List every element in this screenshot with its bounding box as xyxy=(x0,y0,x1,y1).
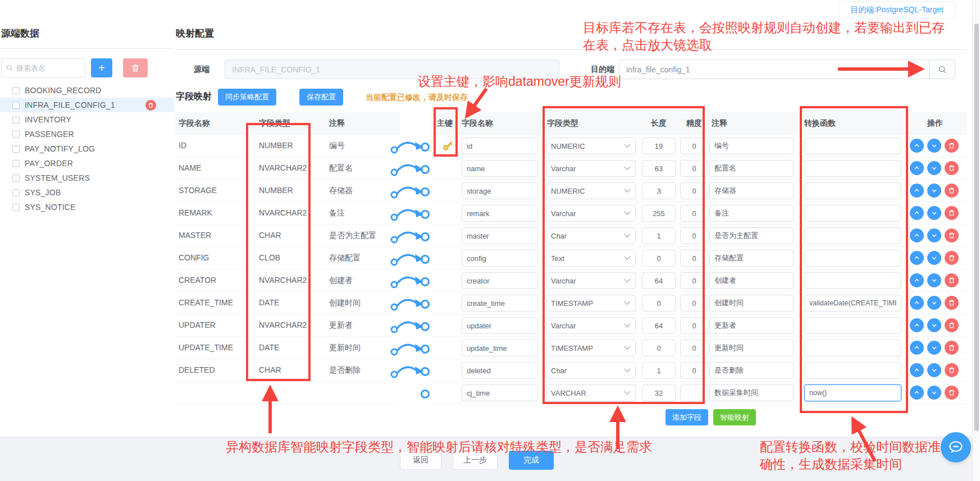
comment-input[interactable] xyxy=(709,317,794,334)
delete-field-button[interactable] xyxy=(945,228,959,242)
source-table-item[interactable]: PAY_NOTIFY_LOG xyxy=(0,141,174,156)
transform-function-input[interactable] xyxy=(804,362,901,379)
target-field-name-input[interactable] xyxy=(462,250,538,267)
move-down-button[interactable] xyxy=(927,318,941,332)
comment-input[interactable] xyxy=(709,272,794,289)
target-field-type-select[interactable]: Text xyxy=(546,250,636,267)
move-up-button[interactable] xyxy=(910,296,924,310)
move-up-button[interactable] xyxy=(910,228,924,242)
move-up-button[interactable] xyxy=(910,363,924,377)
precision-input[interactable] xyxy=(680,272,708,289)
table-search-input[interactable] xyxy=(16,64,80,72)
comment-input[interactable] xyxy=(709,362,794,379)
comment-input[interactable] xyxy=(709,227,794,244)
delete-tables-button[interactable] xyxy=(123,58,148,77)
precision-input[interactable] xyxy=(680,295,708,311)
transform-function-input[interactable] xyxy=(804,250,901,267)
target-field-type-select[interactable]: TIMESTAMP xyxy=(546,340,636,356)
target-field-type-select[interactable]: NUMERIC xyxy=(546,138,636,154)
move-up-button[interactable] xyxy=(910,161,924,175)
comment-input[interactable] xyxy=(709,384,794,401)
table-checkbox[interactable] xyxy=(12,145,20,153)
precision-input[interactable] xyxy=(680,362,708,379)
transform-function-input[interactable] xyxy=(804,160,901,177)
delete-field-button[interactable] xyxy=(945,184,959,198)
target-field-type-select[interactable]: Varchar xyxy=(546,317,636,334)
precision-input[interactable] xyxy=(680,205,708,222)
delete-field-button[interactable] xyxy=(945,363,959,377)
target-field-name-input[interactable] xyxy=(462,384,538,401)
move-down-button[interactable] xyxy=(927,184,941,198)
target-field-type-select[interactable]: Varchar xyxy=(546,272,636,289)
target-table-picker-button[interactable] xyxy=(929,59,955,79)
move-up-button[interactable] xyxy=(910,318,924,332)
length-input[interactable] xyxy=(642,250,676,267)
move-down-button[interactable] xyxy=(927,161,941,175)
move-down-button[interactable] xyxy=(927,228,941,242)
transform-function-input[interactable] xyxy=(804,138,901,154)
mapping-connector[interactable] xyxy=(390,247,432,269)
length-input[interactable] xyxy=(642,317,676,334)
target-field-name-input[interactable] xyxy=(462,138,538,154)
mapping-connector[interactable] xyxy=(390,157,432,180)
target-field-name-input[interactable] xyxy=(462,340,538,356)
delete-table-button[interactable] xyxy=(145,100,156,111)
table-checkbox[interactable] xyxy=(12,102,20,109)
table-checkbox[interactable] xyxy=(12,87,20,94)
comment-input[interactable] xyxy=(709,340,794,356)
source-table-item[interactable]: BOOKING_RECORD xyxy=(0,83,174,98)
table-checkbox[interactable] xyxy=(12,189,20,196)
transform-function-input[interactable] xyxy=(804,182,901,199)
comment-input[interactable] xyxy=(709,182,794,199)
delete-field-button[interactable] xyxy=(945,161,959,175)
target-field-name-input[interactable] xyxy=(462,362,538,379)
transform-function-input[interactable] xyxy=(804,340,901,356)
move-up-button[interactable] xyxy=(910,341,924,355)
table-checkbox[interactable] xyxy=(12,131,20,138)
target-table-input[interactable] xyxy=(619,59,929,79)
transform-function-input[interactable] xyxy=(804,317,901,334)
move-down-button[interactable] xyxy=(927,341,941,355)
precision-input[interactable] xyxy=(680,340,708,356)
precision-input[interactable] xyxy=(680,317,708,334)
target-field-type-select[interactable]: NUMERIC xyxy=(546,182,636,199)
comment-input[interactable] xyxy=(709,250,794,267)
table-checkbox[interactable] xyxy=(12,116,20,123)
transform-function-input[interactable] xyxy=(804,384,901,401)
precision-input[interactable] xyxy=(680,227,708,244)
prev-step-button[interactable]: 上一步 xyxy=(453,451,498,470)
source-table-item[interactable]: INVENTORY xyxy=(0,112,174,127)
transform-function-input[interactable] xyxy=(804,227,901,244)
source-table-item[interactable]: SYSTEM_USERS xyxy=(0,171,174,185)
target-field-type-select[interactable]: Char xyxy=(546,362,636,379)
smart-mapping-button[interactable]: 智能映射 xyxy=(713,409,756,425)
length-input[interactable] xyxy=(642,384,676,401)
length-input[interactable] xyxy=(642,205,676,222)
move-down-button[interactable] xyxy=(927,386,941,400)
precision-input[interactable] xyxy=(680,138,708,154)
scrollbar-thumb[interactable] xyxy=(974,24,979,431)
target-field-name-input[interactable] xyxy=(462,182,538,199)
comment-input[interactable] xyxy=(709,138,794,154)
mapping-connector[interactable] xyxy=(390,225,432,247)
target-field-type-select[interactable]: Varchar xyxy=(546,160,636,177)
transform-function-input[interactable] xyxy=(804,205,901,222)
move-up-button[interactable] xyxy=(910,139,924,153)
target-field-name-input[interactable] xyxy=(462,160,538,177)
target-field-type-select[interactable]: Char xyxy=(546,227,636,244)
delete-field-button[interactable] xyxy=(945,251,959,265)
target-field-name-input[interactable] xyxy=(462,227,538,244)
move-up-button[interactable] xyxy=(910,206,924,220)
delete-field-button[interactable] xyxy=(945,139,959,153)
transform-function-input[interactable] xyxy=(804,295,901,311)
length-input[interactable] xyxy=(642,160,676,177)
delete-field-button[interactable] xyxy=(945,206,959,220)
length-input[interactable] xyxy=(642,340,676,356)
delete-field-button[interactable] xyxy=(945,386,959,400)
target-field-type-select[interactable]: VARCHAR xyxy=(546,384,636,401)
length-input[interactable] xyxy=(642,138,676,154)
comment-input[interactable] xyxy=(709,205,794,222)
precision-input[interactable] xyxy=(680,384,708,401)
delete-field-button[interactable] xyxy=(945,273,959,287)
finish-button[interactable]: 完成 xyxy=(509,451,554,470)
